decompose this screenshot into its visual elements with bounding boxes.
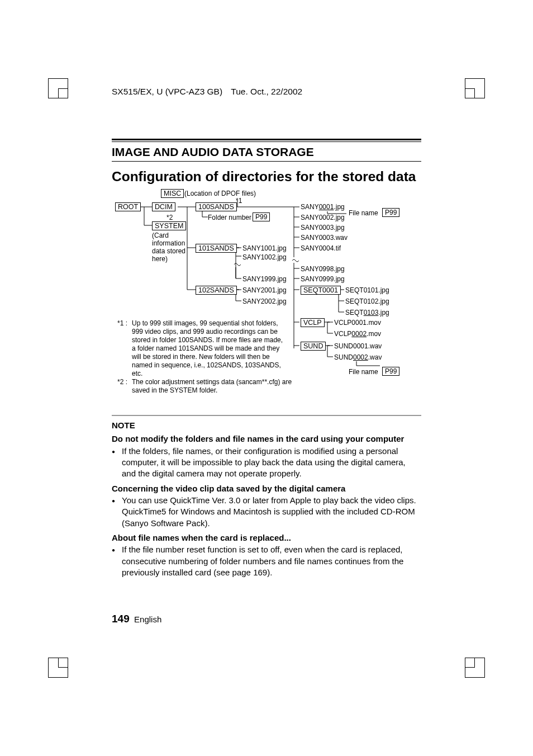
- folder-102-box: 102SANDS: [196, 286, 237, 295]
- file-label: SANY0003.jpg: [301, 224, 345, 231]
- note-heading: NOTE: [112, 420, 421, 430]
- sund-box: SUND: [301, 342, 326, 351]
- page-title: Configuration of directories for the sto…: [112, 168, 421, 185]
- system-caption: (Card information data stored here): [152, 231, 185, 263]
- divider: [112, 161, 421, 162]
- folder-101-box: 101SANDS: [196, 244, 237, 253]
- root-box: ROOT: [115, 202, 141, 211]
- footnote-1: *1 :Up to 999 still images, 99 sequentia…: [117, 319, 291, 378]
- filename-label: File name: [349, 209, 378, 217]
- misc-box: MISC: [161, 189, 184, 198]
- file-label: SANY0002.jpg: [301, 214, 345, 221]
- divider: [112, 139, 421, 142]
- footnote-2: *2 :The color adjustment settings data (…: [117, 378, 296, 395]
- file-label: SANY0001.jpg: [301, 203, 345, 211]
- note-subheading: Concerning the video clip data saved by …: [112, 483, 421, 494]
- p99-ref: P99: [382, 367, 399, 376]
- star1-label: *1: [236, 197, 242, 205]
- page-number: 149: [112, 613, 130, 625]
- file-label: SUND0001.wav: [334, 342, 382, 350]
- file-label: SANY2001.jpg: [242, 286, 287, 294]
- note-bullet: If the folders, file names, or their con…: [112, 446, 421, 480]
- filename-label: File name: [349, 368, 378, 376]
- note-bullet: If the file number reset function is set…: [112, 544, 421, 578]
- note-subheading: Do not modify the folders and file names…: [112, 433, 421, 445]
- seqt-box: SEQT0001: [301, 286, 341, 295]
- file-label: SANY0999.jpg: [301, 275, 345, 283]
- folder-100-box: 100SANDS: [196, 202, 237, 211]
- vclp-box: VCLP: [301, 318, 325, 327]
- page-footer: 149 English: [112, 613, 161, 625]
- file-label: SUND0002.wav: [334, 353, 382, 361]
- dcim-box: DCIM: [152, 202, 175, 211]
- note-bullet: You can use QuickTime Ver. 3.0 or later …: [112, 495, 421, 529]
- file-label: VCLP0002.mov: [334, 330, 381, 338]
- note-subheading: About file names when the card is replac…: [112, 532, 421, 544]
- page-language: English: [134, 615, 161, 624]
- crop-mark: [48, 658, 68, 678]
- file-label: SEQT0102.jpg: [345, 297, 389, 305]
- file-label: SANY2002.jpg: [242, 297, 287, 305]
- file-label: SANY0998.jpg: [301, 265, 345, 273]
- misc-caption: (Location of DPOF files): [184, 190, 256, 197]
- file-label: SANY1002.jpg: [242, 253, 287, 261]
- running-header: SX515/EX, U (VPC-AZ3 GB) Tue. Oct., 22/2…: [112, 87, 302, 97]
- crop-mark: [48, 78, 68, 98]
- directory-tree-diagram: MISC (Location of DPOF files) ROOT DCIM …: [112, 189, 421, 407]
- p99-ref: P99: [253, 212, 270, 221]
- file-label: VCLP0001.mov: [334, 319, 381, 327]
- crop-mark: [465, 658, 485, 678]
- file-label: SANY1999.jpg: [242, 275, 287, 283]
- system-box: SYSTEM: [152, 221, 186, 230]
- crop-mark: [465, 78, 485, 98]
- file-label: SEQT0103.jpg: [345, 309, 389, 316]
- file-label: SANY0004.tif: [301, 244, 341, 252]
- folder-number-label: Folder number: [208, 214, 251, 221]
- section-heading: IMAGE AND AUDIO DATA STORAGE: [112, 145, 421, 159]
- file-label: SANY0003.wav: [301, 234, 348, 242]
- file-label: SEQT0101.jpg: [345, 286, 389, 294]
- divider: [112, 415, 421, 416]
- star2-label: *2: [166, 214, 173, 221]
- p99-ref: P99: [382, 208, 399, 217]
- file-label: SANY1001.jpg: [242, 244, 287, 252]
